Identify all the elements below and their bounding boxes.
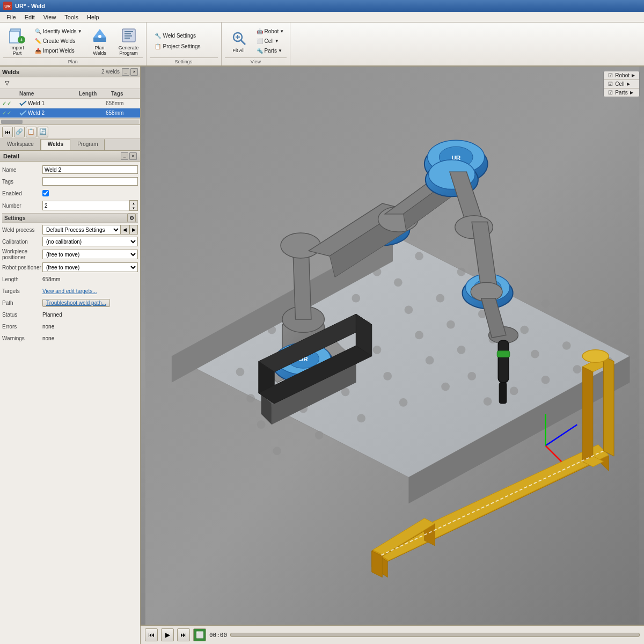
- cell-dropdown-icon[interactable]: ▼: [275, 39, 279, 43]
- robot-dropdown-icon[interactable]: ▼: [280, 29, 284, 34]
- spinbox-down-btn[interactable]: ▼: [130, 206, 137, 210]
- project-settings-button[interactable]: 📋 Project Settings: [150, 41, 218, 52]
- toolbar-btn-2[interactable]: 🔗: [14, 127, 25, 137]
- tab-workspace[interactable]: Workspace: [0, 139, 41, 150]
- weld-row-1[interactable]: ✓ ✓ Weld 1 658mm: [0, 99, 140, 108]
- cell-toggle-arrow: ▶: [627, 82, 630, 86]
- create-welds-icon: ✏️: [35, 38, 41, 44]
- parts-dropdown-icon[interactable]: ▼: [278, 48, 282, 53]
- weld-filter-toolbar: ▽: [0, 77, 140, 89]
- svg-point-32: [436, 294, 444, 303]
- weld-process-select[interactable]: Default Process Settings: [42, 225, 121, 235]
- tab-welds[interactable]: Welds: [41, 139, 70, 150]
- robot-svg-scene: UR UR UR: [141, 67, 644, 625]
- svg-rect-110: [498, 340, 509, 382]
- menu-tools[interactable]: Tools: [60, 13, 83, 21]
- panel-minimize-btn[interactable]: _: [122, 68, 129, 76]
- import-part-button[interactable]: + Import Part: [3, 26, 31, 56]
- detail-number-input[interactable]: [42, 201, 129, 210]
- vp-frame-btn[interactable]: ⬜: [193, 628, 206, 641]
- detail-content: Name Tags Enabled Number: [0, 162, 140, 348]
- detail-path-row: Path Troubleshoot weld path...: [2, 298, 138, 308]
- generate-program-button[interactable]: Generate Program: [115, 26, 143, 56]
- settings-section-btn[interactable]: ⚙: [127, 214, 136, 222]
- detail-path-btn[interactable]: Troubleshoot weld path...: [42, 299, 110, 307]
- svg-rect-1: [10, 31, 19, 43]
- detail-targets-row: Targets View and edit targets...: [2, 286, 138, 296]
- view-btn-group: ☑ Robot ▶ ☑ Cell ▶ ☑ Parts ▶: [603, 71, 640, 97]
- parts-toggle-icon: ☑: [608, 90, 613, 96]
- robot-positioner-select[interactable]: (free to move): [42, 262, 138, 272]
- svg-point-55: [257, 420, 266, 429]
- svg-marker-122: [582, 367, 593, 466]
- weld-settings-button[interactable]: 🔧 Weld Settings: [150, 31, 218, 41]
- ribbon-group-plan: + Import Part 🔍 Identify Welds ▼ ✏️ Crea…: [0, 23, 147, 65]
- menu-help[interactable]: Help: [83, 13, 104, 21]
- weld-process-btn-left[interactable]: ◀: [121, 225, 129, 235]
- menu-view[interactable]: View: [39, 13, 61, 21]
- detail-tags-row: Tags: [2, 177, 138, 186]
- scene-3d[interactable]: UR UR UR: [141, 67, 644, 625]
- plan-welds-button[interactable]: Plan Welds: [86, 26, 114, 56]
- weld1-checks: ✓ ✓: [2, 100, 19, 106]
- toolbar-btn-1[interactable]: ⏮: [2, 127, 13, 137]
- svg-point-44: [531, 350, 539, 358]
- vp-last-frame-btn[interactable]: ⏭: [177, 628, 190, 641]
- parts-toggle-label: Parts: [615, 90, 627, 96]
- parts-toggle-arrow: ▶: [630, 90, 633, 95]
- robot-toggle-btn[interactable]: ☑ Robot ▶: [604, 71, 639, 80]
- workpiece-positioner-select[interactable]: (free to move): [42, 250, 138, 259]
- toolbar-btn-3[interactable]: 📋: [26, 127, 36, 137]
- welds-small-group: 🔍 Identify Welds ▼ ✏️ Create Welds 📥 Imp…: [32, 27, 85, 55]
- timeline-track[interactable]: [230, 633, 640, 637]
- parts-view-button[interactable]: 🔩 Parts ▼: [254, 46, 287, 55]
- identify-welds-dropdown[interactable]: ▼: [78, 29, 82, 34]
- svg-point-26: [583, 315, 592, 324]
- weld-row-2[interactable]: ✓ ✓ Weld 2 658mm: [0, 108, 140, 118]
- detail-targets-link[interactable]: View and edit targets...: [42, 288, 97, 294]
- calibration-select[interactable]: (no calibration): [42, 237, 138, 246]
- fit-all-button[interactable]: Fit All: [225, 26, 253, 56]
- vp-play-btn[interactable]: ▶: [161, 628, 174, 641]
- cell-view-label: Cell: [265, 38, 274, 44]
- tags-col-header: Tags: [111, 91, 138, 97]
- svg-point-61: [510, 387, 518, 396]
- import-part-label: Import Part: [5, 45, 29, 56]
- detail-enabled-row: Enabled: [2, 188, 138, 198]
- detail-enabled-checkbox[interactable]: [42, 190, 49, 196]
- settings-section-label: Settings: [4, 215, 25, 221]
- view-buttons: ☑ Robot ▶ ☑ Cell ▶ ☑ Parts ▶: [603, 71, 640, 97]
- settings-section-header: Settings ⚙: [2, 213, 138, 223]
- menu-file[interactable]: File: [2, 13, 20, 21]
- create-welds-label: Create Welds: [43, 38, 75, 44]
- parts-toggle-btn[interactable]: ☑ Parts ▶: [604, 89, 639, 97]
- identify-welds-button[interactable]: 🔍 Identify Welds ▼: [32, 27, 85, 36]
- svg-point-30: [352, 294, 360, 303]
- detail-minimize-btn[interactable]: _: [121, 152, 128, 160]
- ribbon: + Import Part 🔍 Identify Welds ▼ ✏️ Crea…: [0, 23, 644, 67]
- filter-btn[interactable]: ▽: [2, 78, 12, 88]
- import-part-icon: +: [9, 27, 26, 44]
- svg-point-51: [457, 346, 466, 354]
- tab-program[interactable]: Program: [70, 139, 105, 150]
- spinbox-up-btn[interactable]: ▲: [130, 201, 137, 206]
- vp-first-frame-btn[interactable]: ⏮: [145, 628, 158, 641]
- detail-tags-input[interactable]: [42, 177, 138, 186]
- toolbar-btn-4[interactable]: 🔄: [38, 127, 48, 137]
- panel-close-btn[interactable]: ×: [130, 68, 138, 76]
- create-welds-button[interactable]: ✏️ Create Welds: [32, 36, 85, 46]
- welds-hscroll[interactable]: [0, 118, 140, 125]
- cell-toggle-btn[interactable]: ☑ Cell ▶: [604, 80, 639, 89]
- detail-close-btn[interactable]: ×: [129, 152, 137, 160]
- weld-settings-icon: 🔧: [155, 33, 161, 39]
- import-welds-button[interactable]: 📥 Import Welds: [32, 46, 85, 55]
- weld1-length: 658mm: [106, 100, 138, 106]
- scroll-thumb[interactable]: [1, 120, 23, 124]
- detail-name-row: Name: [2, 165, 138, 174]
- detail-name-input[interactable]: [42, 165, 138, 174]
- cell-view-button[interactable]: ⬜ Cell ▼: [254, 36, 287, 46]
- robot-view-button[interactable]: 🤖 Robot ▼: [254, 27, 287, 36]
- menu-edit[interactable]: Edit: [20, 13, 39, 21]
- weld-process-btn-right[interactable]: ▶: [129, 225, 138, 235]
- identify-welds-icon: 🔍: [35, 28, 41, 34]
